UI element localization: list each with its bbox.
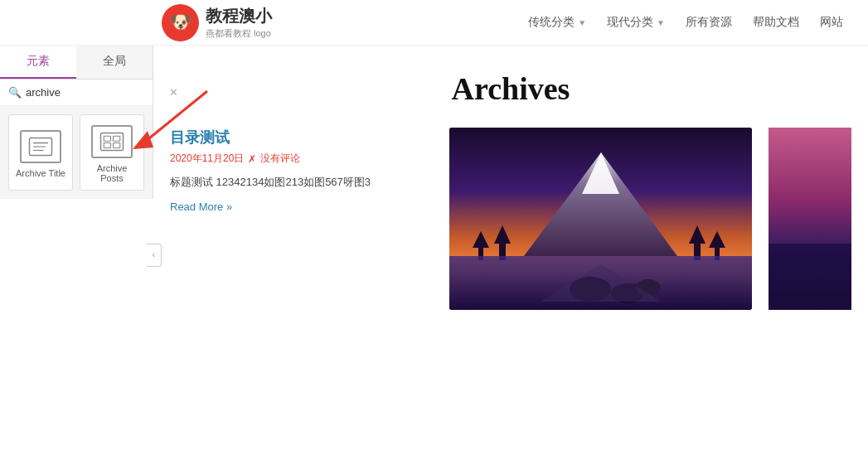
widget-archive-posts-icon bbox=[91, 125, 133, 158]
logo-icon: 🐶 bbox=[162, 4, 199, 41]
nav-label: 现代分类 bbox=[607, 15, 653, 30]
post-text-area: 目录测试 2020年11月20日 ✗ 没有评论 标题测试 12342134如图2… bbox=[170, 128, 433, 310]
svg-rect-7 bbox=[104, 143, 110, 148]
caret-icon: ▼ bbox=[657, 18, 665, 27]
caret-icon: ▼ bbox=[578, 18, 586, 27]
widget-archive-posts-label: Archive Posts bbox=[85, 163, 139, 183]
post-title[interactable]: 目录测试 bbox=[170, 128, 433, 147]
main-layout: 元素 全局 🔍 ✕ bbox=[0, 46, 868, 464]
tab-global[interactable]: 全局 bbox=[76, 46, 153, 79]
logo-title: 教程澳小 bbox=[206, 5, 272, 27]
nav-links: 传统分类 ▼ 现代分类 ▼ 所有资源 帮助文档 网站 bbox=[528, 15, 843, 30]
widget-archive-posts[interactable]: Archive Posts bbox=[80, 114, 144, 191]
logo-area: 🐶 教程澳小 燕都看教程 logo bbox=[162, 4, 272, 41]
archive-title-svg bbox=[28, 135, 53, 158]
landscape2-svg bbox=[769, 128, 851, 310]
nav-item-modern[interactable]: 现代分类 ▼ bbox=[607, 15, 665, 30]
nav-item-site[interactable]: 网站 bbox=[820, 15, 843, 30]
clear-search-button[interactable]: ✕ bbox=[169, 86, 178, 99]
sidebar-collapse-button[interactable]: ‹ bbox=[147, 244, 162, 267]
search-area: 🔍 ✕ bbox=[0, 80, 153, 106]
posts-section: 目录测试 2020年11月20日 ✗ 没有评论 标题测试 12342134如图2… bbox=[153, 128, 868, 310]
nav-item-resources[interactable]: 所有资源 bbox=[686, 15, 732, 30]
widget-archive-title-icon bbox=[20, 130, 61, 163]
content-area: Archives 目录测试 2020年11月20日 ✗ 没有评论 标题测试 12… bbox=[153, 46, 868, 464]
landscape-svg bbox=[449, 128, 752, 310]
nav-item-help[interactable]: 帮助文档 bbox=[753, 15, 799, 30]
sidebar-wrapper: 元素 全局 🔍 ✕ bbox=[0, 46, 153, 464]
post-image-2 bbox=[769, 128, 851, 310]
widget-archive-title-label: Archive Title bbox=[16, 168, 65, 178]
svg-rect-26 bbox=[769, 244, 851, 310]
post-comments: 没有评论 bbox=[260, 152, 300, 166]
nav-item-traditional[interactable]: 传统分类 ▼ bbox=[528, 15, 586, 30]
svg-rect-6 bbox=[114, 136, 120, 141]
nav-label: 传统分类 bbox=[528, 15, 575, 30]
search-input[interactable] bbox=[26, 86, 165, 99]
svg-rect-5 bbox=[104, 136, 110, 141]
read-more-link[interactable]: Read More » bbox=[170, 201, 433, 213]
page-title: Archives bbox=[153, 70, 868, 107]
page-title-section: Archives bbox=[153, 46, 868, 128]
widget-archive-title[interactable]: Archive Title bbox=[8, 114, 73, 191]
nav-label: 网站 bbox=[820, 15, 843, 30]
post-date: 2020年11月20日 bbox=[170, 152, 244, 166]
widgets-grid: Archive Title Archive Posts bbox=[0, 106, 153, 199]
sidebar: 元素 全局 🔍 ✕ bbox=[0, 46, 153, 199]
logo-subtitle: 燕都看教程 logo bbox=[206, 27, 272, 40]
sidebar-tabs: 元素 全局 bbox=[0, 46, 153, 80]
search-icon: 🔍 bbox=[8, 86, 22, 99]
svg-rect-8 bbox=[114, 143, 120, 148]
post-image-1 bbox=[449, 128, 752, 310]
logo-text: 教程澳小 燕都看教程 logo bbox=[206, 5, 272, 40]
top-navigation: 🐶 教程澳小 燕都看教程 logo 传统分类 ▼ 现代分类 ▼ 所有资源 帮助文… bbox=[0, 0, 868, 46]
post-sep: ✗ bbox=[248, 153, 256, 165]
nav-label: 所有资源 bbox=[686, 15, 732, 30]
archive-posts-svg bbox=[99, 130, 124, 153]
tab-elements[interactable]: 元素 bbox=[0, 46, 76, 79]
post-meta: 2020年11月20日 ✗ 没有评论 bbox=[170, 152, 433, 166]
post-excerpt: 标题测试 12342134如图213如图567呀图3 bbox=[170, 174, 433, 191]
nav-label: 帮助文档 bbox=[753, 15, 799, 30]
